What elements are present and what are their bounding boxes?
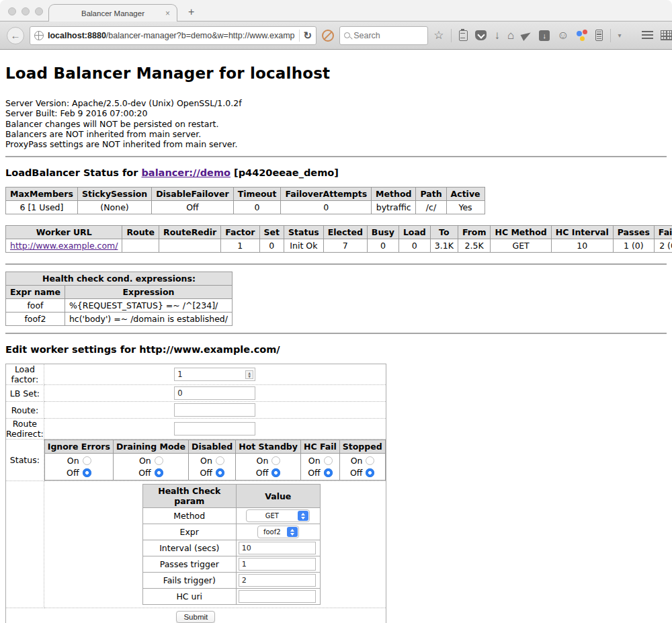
number-spinner-icon[interactable]: ▲▼ xyxy=(245,370,253,379)
worker-row: http://www.example.com/ 1 0 Init Ok 7 0 … xyxy=(6,239,672,253)
pocket-icon[interactable] xyxy=(475,30,487,40)
persist-notice-line: Balancer changes will NOT be persisted o… xyxy=(5,119,667,129)
submit-button[interactable]: Submit xyxy=(176,611,215,623)
search-box[interactable] xyxy=(339,26,428,45)
table-header-row: Expr name Expression xyxy=(6,286,233,299)
home-icon[interactable]: ⌂ xyxy=(507,30,514,41)
close-window-button[interactable] xyxy=(8,7,16,15)
tab-grid-icon[interactable] xyxy=(661,30,672,40)
method-select[interactable]: GET xyxy=(246,509,310,522)
hc-uri-input[interactable] xyxy=(239,590,316,603)
stopped-off-radio[interactable] xyxy=(366,468,374,477)
table-row: 6 [1 Used] (None) Off 0 0 bytraffic /c/ … xyxy=(6,201,485,214)
device-battery-icon[interactable] xyxy=(595,30,603,41)
column-header: To xyxy=(430,226,458,239)
hot-standby-on-radio[interactable] xyxy=(271,456,280,465)
disabled-off-radio[interactable] xyxy=(216,468,224,477)
server-version-line: Server Version: Apache/2.5.0-dev (Unix) … xyxy=(5,98,667,108)
hc-fail-off-radio[interactable] xyxy=(324,468,333,477)
passes-input[interactable] xyxy=(239,558,316,571)
stopped-on-radio[interactable] xyxy=(366,456,374,465)
hot-standby-off-radio[interactable] xyxy=(271,468,280,477)
bookmark-star-icon[interactable]: ☆ xyxy=(433,30,444,41)
expr-row: foof2 hc('body') =~ /domain is establish… xyxy=(6,313,233,326)
url-text[interactable]: localhost:8880/balancer-manager?b=demo&w… xyxy=(48,31,295,40)
column-header: Route xyxy=(122,226,159,239)
lb-set-input[interactable] xyxy=(174,386,255,400)
cell-busy: 0 xyxy=(367,239,398,253)
hc-fail-on-radio[interactable] xyxy=(324,456,333,465)
on-label: On xyxy=(256,456,268,466)
navigation-toolbar: ← localhost:8880/balancer-manager?b=demo… xyxy=(0,22,672,50)
feedback-smiley-icon[interactable]: ☺ xyxy=(557,29,569,42)
hc-row-fails: Fails trigger) xyxy=(142,573,320,589)
expr-row: foof %{REQUEST_STATUS} =~ /^[234]/ xyxy=(6,299,233,313)
minimize-window-button[interactable] xyxy=(22,7,30,15)
ignore-errors-off-radio[interactable] xyxy=(83,468,91,477)
off-label: Off xyxy=(350,468,362,478)
column-header: Load xyxy=(398,226,430,239)
toolbar-separator xyxy=(610,29,611,42)
route-redirect-input[interactable] xyxy=(174,422,255,435)
draining-mode-on-radio[interactable] xyxy=(155,456,163,465)
cell-stickysession: (None) xyxy=(77,201,151,214)
globe-icon xyxy=(34,31,44,40)
hc-header-row: Health Check param Value xyxy=(142,485,320,508)
new-tab-button[interactable]: + xyxy=(188,6,194,18)
draining-mode-radios: On Off xyxy=(113,454,188,481)
worker-url-link[interactable]: http://www.example.com/ xyxy=(10,241,118,251)
column-header: Disabled xyxy=(189,440,236,454)
column-header: Expr name xyxy=(6,286,65,299)
balancer-demo-link[interactable]: balancer://demo xyxy=(141,167,230,178)
url-bar[interactable]: localhost:8880/balancer-manager?b=demo&w… xyxy=(30,26,317,45)
column-header: Set xyxy=(259,226,284,239)
route-input[interactable] xyxy=(174,403,255,417)
zoom-window-button[interactable] xyxy=(35,7,43,15)
edit-worker-heading: Edit worker settings for http://www.exam… xyxy=(5,344,667,355)
content-blocker-icon[interactable] xyxy=(322,30,334,42)
downloads-icon[interactable]: ↓ xyxy=(494,30,500,41)
load-factor-input[interactable] xyxy=(174,368,255,381)
disabled-on-radio[interactable] xyxy=(216,456,224,465)
overflow-caret-icon[interactable]: ▾ xyxy=(618,32,622,39)
menu-icon[interactable] xyxy=(642,31,653,40)
inherit-notice-line: Balancers are NOT inherited from main se… xyxy=(5,129,667,139)
on-label: On xyxy=(350,456,362,466)
interval-input[interactable] xyxy=(239,542,316,554)
health-check-spacer xyxy=(6,481,44,608)
back-button[interactable]: ← xyxy=(7,27,24,44)
column-header: Hot Standby xyxy=(236,440,301,454)
off-label: Off xyxy=(67,468,79,478)
tab-bar: Balancer Manager × + xyxy=(0,0,672,22)
column-header: HC Interval xyxy=(551,226,613,239)
clipboard-icon[interactable] xyxy=(459,30,468,41)
cell-hc-interval: 10 xyxy=(551,239,613,253)
send-icon[interactable] xyxy=(521,30,533,41)
on-label: On xyxy=(67,456,79,466)
hc-row-passes: Passes trigger xyxy=(142,556,320,573)
reload-icon[interactable]: ↻ xyxy=(304,30,312,42)
table-header-row: Worker URL Route RouteRedir Factor Set S… xyxy=(6,226,672,239)
window-controls[interactable] xyxy=(8,7,43,15)
cell-routeredir xyxy=(159,239,221,253)
column-header: Stopped xyxy=(339,440,385,454)
divider xyxy=(5,333,667,334)
close-tab-icon[interactable]: × xyxy=(165,9,170,18)
colored-dots-extension-icon[interactable] xyxy=(577,30,588,41)
cell-path: /c/ xyxy=(416,201,446,214)
column-header: StickySession xyxy=(77,188,151,201)
column-header: Ignore Errors xyxy=(44,440,113,454)
load-factor-label: Load factor: xyxy=(6,364,44,385)
edit-worker-form: Load factor: ▲▼ LB Set: Route: Route Red… xyxy=(5,364,386,623)
draining-mode-off-radio[interactable] xyxy=(155,468,163,477)
save-to-device-icon[interactable]: ↓ xyxy=(539,30,550,41)
method-select-value: GET xyxy=(247,512,297,520)
tab-balancer-manager[interactable]: Balancer Manager × xyxy=(48,4,177,22)
page-content: Load Balancer Manager for localhost Serv… xyxy=(0,65,672,623)
hot-standby-radios: On Off xyxy=(236,454,301,481)
fails-input[interactable] xyxy=(239,574,316,587)
expr-select[interactable]: foof2 xyxy=(257,526,299,538)
ignore-errors-on-radio[interactable] xyxy=(83,456,91,465)
search-input[interactable] xyxy=(353,31,421,40)
proxypass-notice-line: ProxyPass settings are NOT inherited fro… xyxy=(5,139,667,149)
